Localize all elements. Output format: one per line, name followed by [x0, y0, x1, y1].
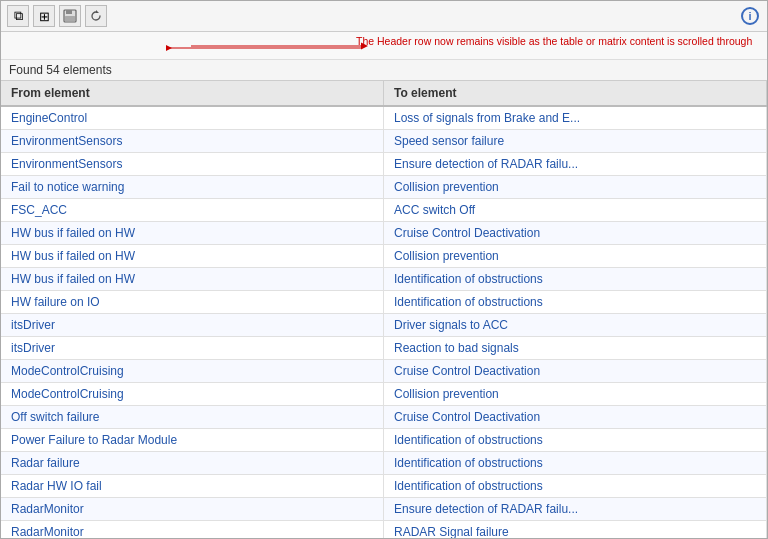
cell-from[interactable]: ModeControlCruising	[1, 360, 384, 382]
table-row: HW bus if failed on HWIdentification of …	[1, 268, 767, 291]
save-icon[interactable]	[59, 5, 81, 27]
cell-from[interactable]: HW bus if failed on HW	[1, 245, 384, 267]
svg-rect-2	[65, 16, 75, 21]
cell-from[interactable]: Radar HW IO fail	[1, 475, 384, 497]
found-count: Found 54 elements	[1, 60, 767, 81]
cell-from[interactable]: EnvironmentSensors	[1, 130, 384, 152]
table-row: EnvironmentSensorsSpeed sensor failure	[1, 130, 767, 153]
cell-to[interactable]: Identification of obstructions	[384, 475, 767, 497]
header-from: From element	[1, 81, 384, 105]
cell-from[interactable]: HW failure on IO	[1, 291, 384, 313]
cell-from[interactable]: Radar failure	[1, 452, 384, 474]
cell-from[interactable]: Off switch failure	[1, 406, 384, 428]
cell-from[interactable]: FSC_ACC	[1, 199, 384, 221]
svg-marker-3	[96, 10, 99, 13]
main-window: ⧉ ⊞ i	[0, 0, 768, 539]
cell-from[interactable]: itsDriver	[1, 337, 384, 359]
refresh-icon[interactable]	[85, 5, 107, 27]
cell-to[interactable]: Identification of obstructions	[384, 291, 767, 313]
cell-to[interactable]: ACC switch Off	[384, 199, 767, 221]
cell-to[interactable]: RADAR Signal failure	[384, 521, 767, 538]
cell-to[interactable]: Identification of obstructions	[384, 452, 767, 474]
table-row: Off switch failureCruise Control Deactiv…	[1, 406, 767, 429]
table-row: EngineControlLoss of signals from Brake …	[1, 107, 767, 130]
table-body[interactable]: EngineControlLoss of signals from Brake …	[1, 107, 767, 538]
cell-from[interactable]: ModeControlCruising	[1, 383, 384, 405]
info-icon[interactable]: i	[741, 7, 759, 25]
table-row: HW bus if failed on HWCollision preventi…	[1, 245, 767, 268]
cell-to[interactable]: Identification of obstructions	[384, 429, 767, 451]
cell-from[interactable]: EnvironmentSensors	[1, 153, 384, 175]
cell-to[interactable]: Cruise Control Deactivation	[384, 406, 767, 428]
cell-to[interactable]: Collision prevention	[384, 176, 767, 198]
svg-rect-1	[66, 10, 72, 14]
cell-from[interactable]: Fail to notice warning	[1, 176, 384, 198]
table-row: itsDriverReaction to bad signals	[1, 337, 767, 360]
cell-to[interactable]: Speed sensor failure	[384, 130, 767, 152]
svg-marker-8	[166, 45, 172, 51]
cell-to[interactable]: Collision prevention	[384, 383, 767, 405]
table-row: Power Failure to Radar ModuleIdentificat…	[1, 429, 767, 452]
cell-from[interactable]: Power Failure to Radar Module	[1, 429, 384, 451]
header-to: To element	[384, 81, 767, 105]
cell-from[interactable]: itsDriver	[1, 314, 384, 336]
cell-from[interactable]: RadarMonitor	[1, 521, 384, 538]
table-row: Radar failureIdentification of obstructi…	[1, 452, 767, 475]
cell-to[interactable]: Identification of obstructions	[384, 268, 767, 290]
table-row: FSC_ACCACC switch Off	[1, 199, 767, 222]
table-container: From element To element EngineControlLos…	[1, 81, 767, 538]
table-row: RadarMonitorRADAR Signal failure	[1, 521, 767, 538]
cell-to[interactable]: Driver signals to ACC	[384, 314, 767, 336]
table-row: HW failure on IOIdentification of obstru…	[1, 291, 767, 314]
cell-to[interactable]: Cruise Control Deactivation	[384, 222, 767, 244]
annotation-container: The Header row now remains visible as th…	[1, 32, 767, 60]
cell-to[interactable]: Reaction to bad signals	[384, 337, 767, 359]
annotation-label: The Header row now remains visible as th…	[356, 35, 752, 47]
cell-from[interactable]: HW bus if failed on HW	[1, 222, 384, 244]
table-row: ModeControlCruisingCollision prevention	[1, 383, 767, 406]
cell-to[interactable]: Collision prevention	[384, 245, 767, 267]
table-header: From element To element	[1, 81, 767, 107]
copy-icon[interactable]: ⧉	[7, 5, 29, 27]
cell-from[interactable]: EngineControl	[1, 107, 384, 129]
cell-to[interactable]: Ensure detection of RADAR failu...	[384, 153, 767, 175]
cell-to[interactable]: Cruise Control Deactivation	[384, 360, 767, 382]
table-row: Fail to notice warningCollision preventi…	[1, 176, 767, 199]
table-row: HW bus if failed on HWCruise Control Dea…	[1, 222, 767, 245]
table-row: EnvironmentSensorsEnsure detection of RA…	[1, 153, 767, 176]
table-row: itsDriverDriver signals to ACC	[1, 314, 767, 337]
cell-from[interactable]: HW bus if failed on HW	[1, 268, 384, 290]
table-row: RadarMonitorEnsure detection of RADAR fa…	[1, 498, 767, 521]
table-row: ModeControlCruisingCruise Control Deacti…	[1, 360, 767, 383]
table-icon[interactable]: ⊞	[33, 5, 55, 27]
cell-from[interactable]: RadarMonitor	[1, 498, 384, 520]
toolbar: ⧉ ⊞ i	[1, 1, 767, 32]
table-row: Radar HW IO failIdentification of obstru…	[1, 475, 767, 498]
cell-to[interactable]: Loss of signals from Brake and E...	[384, 107, 767, 129]
cell-to[interactable]: Ensure detection of RADAR failu...	[384, 498, 767, 520]
